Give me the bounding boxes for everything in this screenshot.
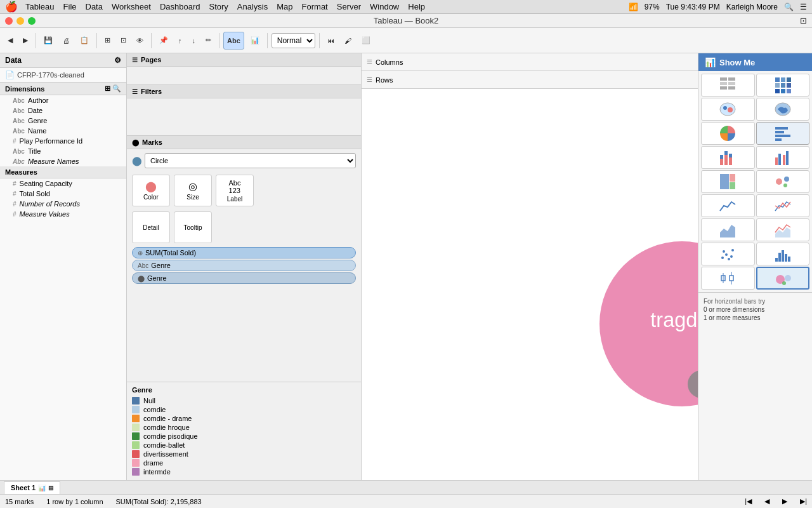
- sm-pie-chart[interactable]: [701, 122, 755, 145]
- nav-end[interactable]: ▶|: [800, 497, 807, 505]
- sm-circle-view[interactable]: [756, 170, 810, 193]
- dim-play-perf-id[interactable]: # Play Performance Id: [0, 136, 126, 146]
- svg-point-44: [730, 255, 733, 258]
- fit-button[interactable]: ⊡: [117, 32, 130, 50]
- dim-name[interactable]: Abc Name: [0, 126, 126, 136]
- dimensions-grid-icon[interactable]: ⊞: [105, 84, 110, 93]
- menu-format[interactable]: Format: [302, 2, 328, 11]
- sm-symbol-map[interactable]: [701, 98, 755, 121]
- sm-area-chart[interactable]: [701, 218, 755, 241]
- copy-button[interactable]: 📋: [76, 32, 93, 50]
- user-name: Karleigh Moore: [726, 3, 778, 11]
- show-me-req1: 0 or more dimensions: [704, 306, 807, 313]
- menu-server[interactable]: Server: [337, 2, 361, 11]
- collapse-icon[interactable]: ⊡: [800, 16, 807, 25]
- menu-story[interactable]: Story: [209, 2, 228, 11]
- dim-date-label: Date: [28, 107, 43, 114]
- minimize-button[interactable]: [16, 17, 24, 25]
- marks-buttons-container: ⬤ Color ◎ Size Abc123 Label: [127, 172, 361, 209]
- dim-author[interactable]: Abc Author: [0, 95, 126, 105]
- undo-button[interactable]: ◀: [4, 32, 16, 50]
- menu-analysis[interactable]: Analysis: [237, 2, 268, 11]
- menu-dashboard[interactable]: Dashboard: [160, 2, 200, 11]
- close-button[interactable]: [5, 17, 13, 25]
- legend-item-label: comdie hroque: [143, 424, 190, 431]
- meas-total-sold[interactable]: # Total Sold: [0, 189, 126, 199]
- view-button[interactable]: 👁: [133, 32, 147, 50]
- skip-back-button[interactable]: ⏮: [324, 32, 338, 50]
- genre-pill-2[interactable]: ⬤ Genre: [132, 272, 356, 284]
- menu-help[interactable]: Help: [408, 2, 425, 11]
- data-options-icon[interactable]: ⚙: [114, 56, 121, 65]
- sm-histogram[interactable]: [756, 243, 810, 265]
- paint-button[interactable]: 🖌: [341, 32, 355, 50]
- sm-filled-map[interactable]: [756, 98, 810, 121]
- sm-horiz-bar: [756, 122, 810, 145]
- text-button[interactable]: Abc: [223, 32, 244, 50]
- view-dropdown[interactable]: Normal: [272, 33, 315, 48]
- sm-stacked-bar[interactable]: [701, 146, 755, 169]
- sm-line-chart[interactable]: [701, 194, 755, 217]
- genre-pill-1[interactable]: Abc Genre: [132, 260, 356, 271]
- toolbar: ◀ ▶ 💾 🖨 📋 ⊞ ⊡ 👁 📌 ↑ ↓ ✏ Abc 📊 Normal ⏮ 🖌…: [0, 28, 812, 53]
- sm-bubble-chart[interactable]: [756, 267, 810, 290]
- dim-measure-names[interactable]: Abc Measure Names: [0, 156, 126, 166]
- apple-menu[interactable]: 🍎: [5, 1, 18, 13]
- marks-type-dropdown[interactable]: Circle: [145, 153, 356, 168]
- layout-button[interactable]: ⊞: [101, 32, 114, 50]
- fix-button[interactable]: 📌: [155, 32, 172, 50]
- menu-file[interactable]: File: [63, 2, 77, 11]
- sort-desc-button[interactable]: ↓: [188, 32, 200, 50]
- dimensions-search-icon[interactable]: 🔍: [112, 84, 121, 93]
- dim-date[interactable]: Abc Date: [0, 105, 126, 116]
- marks-tooltip-button[interactable]: Tooltip: [174, 211, 212, 243]
- sort-asc-button[interactable]: ↑: [174, 32, 186, 50]
- menu-list-icon[interactable]: ☰: [800, 3, 807, 11]
- menu-tableau[interactable]: Tableau: [25, 2, 55, 11]
- print-button[interactable]: 🖨: [59, 32, 74, 50]
- meas-seating[interactable]: # Seating Capacity: [0, 178, 126, 189]
- genre-pill-2-label: Genre: [147, 274, 167, 282]
- menu-map[interactable]: Map: [277, 2, 292, 11]
- marks-color-button[interactable]: ⬤ Color: [132, 175, 170, 206]
- sm-heat-map[interactable]: [756, 74, 810, 97]
- redo-button[interactable]: ▶: [19, 32, 32, 50]
- dim-title[interactable]: Abc Title: [0, 146, 126, 156]
- annotate-button[interactable]: ✏: [202, 32, 215, 50]
- maximize-button[interactable]: [28, 17, 36, 25]
- marks-detail-button[interactable]: Detail: [132, 211, 170, 243]
- legend-color-swatch: [132, 432, 140, 440]
- sm-dual-combo[interactable]: [756, 218, 810, 241]
- measure-icon: ⊕: [138, 250, 143, 257]
- sm-text-table[interactable]: [701, 74, 755, 97]
- data-source-item[interactable]: 📄 CFRP-1770s-cleaned: [0, 68, 126, 83]
- marks-label-button[interactable]: Abc123 Label: [216, 175, 254, 206]
- menu-data[interactable]: Data: [86, 2, 103, 11]
- nav-start[interactable]: |◀: [745, 497, 752, 505]
- caption-button[interactable]: ⬜: [358, 32, 374, 50]
- menu-window[interactable]: Window: [370, 2, 399, 11]
- svg-rect-11: [787, 83, 791, 88]
- svg-rect-2: [720, 82, 727, 85]
- sm-scatter[interactable]: [701, 243, 755, 265]
- sm-box-plot[interactable]: [701, 267, 755, 290]
- save-button[interactable]: 💾: [40, 32, 56, 50]
- nav-next[interactable]: ▶: [782, 497, 787, 505]
- menu-worksheet[interactable]: Worksheet: [112, 2, 151, 11]
- toolbar-separator-5: [267, 33, 268, 48]
- sheet-tab-1[interactable]: Sheet 1 📊 ⊞: [4, 481, 60, 494]
- search-icon[interactable]: 🔍: [784, 3, 794, 11]
- sm-dual-line[interactable]: [756, 194, 810, 217]
- chart-type-button[interactable]: 📊: [247, 32, 263, 50]
- meas-measure-values[interactable]: # Measure Values: [0, 209, 126, 219]
- dim-name-label: Name: [28, 127, 46, 135]
- meas-num-records[interactable]: # Number of Records: [0, 199, 126, 209]
- sum-total-sold-pill[interactable]: ⊕ SUM(Total Sold): [132, 247, 356, 258]
- sm-treemap[interactable]: [701, 170, 755, 193]
- marks-size-button[interactable]: ◎ Size: [174, 175, 212, 206]
- nav-prev[interactable]: ◀: [764, 497, 769, 505]
- sm-side-by-side[interactable]: [756, 146, 810, 169]
- window-controls: [5, 17, 36, 25]
- genre-pill-1-label: Genre: [151, 262, 171, 269]
- dim-genre[interactable]: Abc Genre: [0, 116, 126, 126]
